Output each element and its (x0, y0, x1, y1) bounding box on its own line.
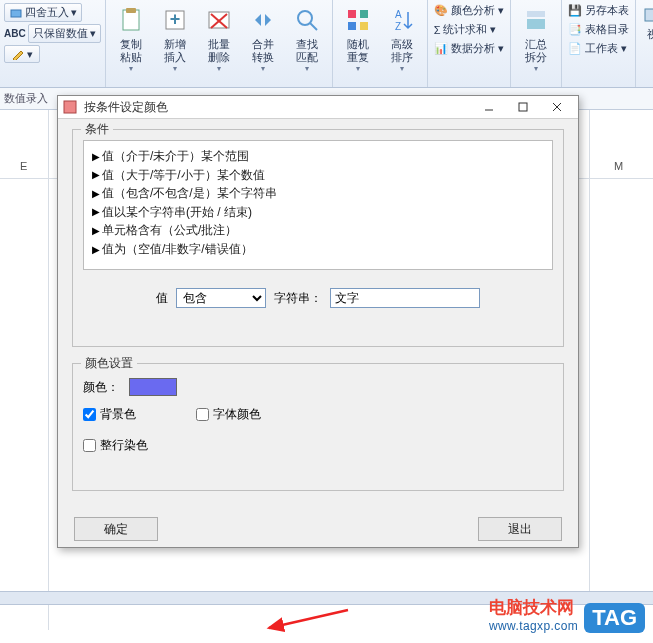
condition-input-row: 值 包含 字符串： (83, 288, 553, 308)
sheet-icon: 📄 (568, 42, 582, 55)
svg-text:Z: Z (395, 21, 401, 32)
chevron-down-icon: ▾ (305, 64, 309, 73)
find-icon (291, 4, 323, 36)
triangle-icon: ▶ (92, 242, 100, 258)
pen-button[interactable]: ▾ (4, 45, 40, 63)
form-list-button[interactable]: 📑表格目录 (566, 21, 631, 38)
svg-rect-17 (527, 19, 545, 29)
condition-item[interactable]: ▶单元格含有（公式/批注） (92, 221, 544, 240)
round-button[interactable]: 四舍五入 ▾ (4, 3, 82, 22)
svg-text:+: + (169, 9, 180, 29)
palette-icon: 🎨 (434, 4, 448, 17)
svg-rect-12 (348, 22, 356, 30)
condition-item[interactable]: ▶值（介于/未介于）某个范围 (92, 147, 544, 166)
close-button[interactable] (540, 96, 574, 118)
dialog-title: 按条件设定颜色 (84, 99, 472, 116)
dialog-body: 条件 ▶值（介于/未介于）某个范围 ▶值（大于/等于/小于）某个数值 ▶值（包含… (58, 119, 578, 553)
svg-line-9 (310, 23, 317, 30)
delete-batch-icon (203, 4, 235, 36)
stats-sum-button[interactable]: Σ统计求和 ▾ (432, 21, 506, 38)
new-insert-button[interactable]: + 新增 插入▾ (154, 2, 196, 75)
pen-icon (11, 47, 25, 61)
chevron-down-icon: ▾ (534, 64, 538, 73)
svg-rect-10 (348, 10, 356, 18)
name-box[interactable]: 数值录入 (4, 91, 48, 106)
save-icon: 💾 (568, 4, 582, 17)
sigma-icon: Σ (434, 24, 441, 36)
batch-delete-button[interactable]: 批量 删除▾ (198, 2, 240, 75)
whole-row-checkbox[interactable]: 整行染色 (83, 438, 148, 452)
ribbon-group-sort: 随机 重复▾ AZ 高级 排序▾ (333, 0, 428, 87)
sort-icon: AZ (386, 4, 418, 36)
bg-color-checkbox[interactable]: 背景色 (83, 406, 136, 423)
ok-button[interactable]: 确定 (74, 517, 158, 541)
svg-rect-21 (519, 103, 527, 111)
advanced-sort-button[interactable]: AZ 高级 排序▾ (381, 2, 423, 75)
color-analysis-button[interactable]: 🎨颜色分析 ▾ (432, 2, 506, 19)
view-button[interactable]: 视 (640, 2, 653, 43)
condition-item[interactable]: ▶值（包含/不包含/是）某个字符串 (92, 184, 544, 203)
data-analysis-button[interactable]: 📊数据分析 ▾ (432, 40, 506, 57)
value-combo[interactable]: 包含 (176, 288, 266, 308)
chart-icon: 📊 (434, 42, 448, 55)
new-sheet-icon: + (159, 4, 191, 36)
watermark-title: 电脑技术网 (489, 596, 578, 619)
condition-list[interactable]: ▶值（介于/未介于）某个范围 ▶值（大于/等于/小于）某个数值 ▶值（包含/不包… (83, 140, 553, 270)
string-input[interactable] (330, 288, 480, 308)
color-label: 颜色： (83, 379, 119, 396)
ribbon-sheet-menu: 💾另存本表 📑表格目录 📄工作表 ▾ (562, 0, 636, 87)
svg-rect-11 (360, 10, 368, 18)
dialog-button-row: 确定 退出 (72, 517, 564, 541)
ribbon-left-group: 四舍五入 ▾ ABC 只保留数值 ▾ ▾ (0, 0, 106, 87)
chevron-down-icon: ▾ (129, 64, 133, 73)
save-as-table-button[interactable]: 💾另存本表 (566, 2, 631, 19)
col-header-e[interactable]: E (20, 160, 27, 172)
svg-rect-19 (64, 101, 76, 113)
random-repeat-button[interactable]: 随机 重复▾ (337, 2, 379, 75)
copy-paste-button[interactable]: 复制 粘贴▾ (110, 2, 152, 75)
svg-point-8 (298, 11, 312, 25)
chevron-down-icon: ▾ (498, 4, 504, 17)
watermark: 电脑技术网 www.tagxp.com TAG (489, 596, 645, 633)
round-icon (9, 6, 23, 20)
list-icon: 📑 (568, 23, 582, 36)
condition-item[interactable]: ▶值以某个字符串(开始 / 结束) (92, 203, 544, 222)
color-group: 颜色设置 颜色： 背景色 字体颜色 整行染色 (72, 363, 564, 491)
ribbon: 四舍五入 ▾ ABC 只保留数值 ▾ ▾ 复制 粘贴▾ + (0, 0, 653, 88)
maximize-button[interactable] (506, 96, 540, 118)
svg-rect-2 (126, 8, 136, 13)
string-label: 字符串： (274, 290, 322, 307)
clipboard-icon (115, 4, 147, 36)
col-header-m[interactable]: M (614, 160, 623, 172)
svg-rect-16 (527, 11, 545, 17)
condition-group-title: 条件 (81, 121, 113, 138)
condition-item[interactable]: ▶值（大于/等于/小于）某个数值 (92, 166, 544, 185)
ribbon-group-edit: 复制 粘贴▾ + 新增 插入▾ 批量 删除▾ 合并 转换▾ 查找 匹配▾ (106, 0, 333, 87)
condition-item[interactable]: ▶值为（空值/非数字/错误值） (92, 240, 544, 259)
chevron-down-icon: ▾ (498, 42, 504, 55)
dialog-titlebar[interactable]: 按条件设定颜色 (58, 96, 578, 119)
watermark-tag: TAG (584, 603, 645, 633)
svg-rect-13 (360, 22, 368, 30)
condition-color-dialog: 按条件设定颜色 条件 ▶值（介于/未介于）某个范围 ▶值（大于/等于/小于）某个… (57, 95, 579, 548)
merge-convert-button[interactable]: 合并 转换▾ (242, 2, 284, 75)
worksheet-button[interactable]: 📄工作表 ▾ (566, 40, 631, 57)
chevron-down-icon: ▾ (356, 64, 360, 73)
chevron-down-icon: ▾ (621, 42, 627, 55)
minimize-button[interactable] (472, 96, 506, 118)
abc-label: ABC (4, 28, 26, 39)
keep-value-button[interactable]: 只保留数值 ▾ (28, 24, 101, 43)
chevron-down-icon: ▾ (400, 64, 404, 73)
merge-icon (247, 4, 279, 36)
summary-split-button[interactable]: 汇总 拆分▾ (515, 2, 557, 75)
ribbon-group-summary: 汇总 拆分▾ (511, 0, 562, 87)
chevron-down-icon: ▾ (71, 6, 77, 19)
triangle-icon: ▶ (92, 167, 100, 183)
triangle-icon: ▶ (92, 223, 100, 239)
triangle-icon: ▶ (92, 204, 100, 220)
font-color-checkbox[interactable]: 字体颜色 (196, 406, 261, 423)
cancel-button[interactable]: 退出 (478, 517, 562, 541)
find-match-button[interactable]: 查找 匹配▾ (286, 2, 328, 75)
view-icon (642, 4, 653, 26)
color-swatch[interactable] (129, 378, 177, 396)
